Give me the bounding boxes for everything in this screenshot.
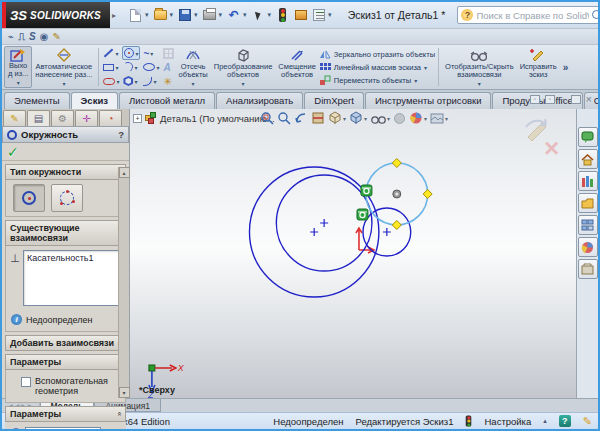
collapse-chevron-icon[interactable]: « — [114, 412, 124, 416]
file-properties-button[interactable] — [310, 7, 327, 24]
scroll-down-icon[interactable]: ▾ — [119, 387, 130, 398]
search-box[interactable]: ? Поиск в Справке по SolidWorks ▾ — [457, 6, 600, 24]
hide-show-items-button[interactable]: ▾ — [370, 112, 390, 125]
print-button[interactable] — [201, 7, 218, 24]
dropdown-caret-icon[interactable]: ▾ — [62, 80, 65, 88]
section-circle-type[interactable]: Тип окружности « — [5, 164, 126, 180]
sketch-offset-icon[interactable]: ⎍ — [18, 31, 25, 43]
sketch-canvas[interactable]: X Z — [130, 109, 576, 398]
section-view-button[interactable] — [311, 111, 325, 125]
dropdown-caret-icon[interactable]: ▾ — [115, 64, 118, 71]
dropdown-caret-icon[interactable]: ▾ — [424, 115, 427, 122]
view-orientation-button[interactable]: ▾ — [328, 111, 346, 125]
feature-tree-flyout[interactable]: + Деталь1 (По умолчанию... — [133, 112, 275, 124]
convert-entities-button[interactable]: Преобразование объектов ▾ — [211, 46, 276, 88]
doc-restore-button[interactable] — [571, 95, 581, 104]
undo-button[interactable]: ↶ — [225, 7, 242, 24]
tangent-relation-badge[interactable] — [357, 209, 368, 220]
dropdown-caret-icon[interactable]: ▾ — [156, 64, 159, 71]
spline-on-surface-tool[interactable]: A — [162, 60, 175, 74]
propertymanager-tab[interactable]: ▤ — [27, 110, 50, 126]
dropdown-caret-icon[interactable]: ▾ — [115, 50, 118, 57]
auto-dimension-button[interactable]: Автоматическое нанесение раз... ▾ — [32, 46, 95, 88]
doc-minimize-button[interactable]: ─ — [560, 95, 566, 104]
center-point-mark[interactable] — [383, 228, 391, 236]
modify-sketch-icon[interactable]: ✎ — [52, 31, 60, 42]
search-icon[interactable] — [592, 10, 600, 21]
exit-sketch-button[interactable]: Выхо д из... ▾ — [4, 46, 32, 88]
tab-sketch-ink[interactable]: Инструменты отрисовки — [365, 92, 492, 109]
sketch-chamfer-icon[interactable]: ⌁ — [8, 31, 14, 42]
pm-scrollbar[interactable]: ▴ ▾ — [118, 167, 129, 398]
dropdown-caret-icon[interactable]: ▾ — [134, 64, 137, 71]
zoom-to-area-button[interactable] — [277, 111, 291, 125]
apply-scene-button[interactable]: ▾ — [430, 112, 448, 125]
construction-geometry-row[interactable]: Вспомогательная геометрия — [9, 374, 122, 398]
dropdown-caret-icon[interactable]: ▾ — [135, 50, 138, 57]
dropdown-caret-icon[interactable]: ▾ — [343, 115, 346, 122]
design-library-button[interactable] — [578, 171, 598, 191]
rotate-entities-icon[interactable]: ◉ — [40, 31, 49, 42]
section-add-relations[interactable]: Добавить взаимосвязи « — [5, 335, 126, 351]
dimxpertmanager-tab[interactable]: ✛ — [75, 110, 98, 126]
dropdown-caret-icon[interactable]: ▾ — [134, 78, 137, 85]
mirror-entities-button[interactable]: Зеркально отразить объекты — [319, 48, 435, 60]
section-parameters[interactable]: Параметры « — [5, 406, 126, 422]
open-button[interactable] — [152, 7, 169, 24]
toolbar-expand-icon[interactable]: ▸ — [112, 11, 116, 20]
view-settings-button[interactable] — [393, 112, 406, 125]
dropdown-caret-icon[interactable]: ▾ — [424, 64, 427, 71]
polygon-tool[interactable]: ▾ — [122, 74, 140, 88]
tab-evaluate[interactable]: Анализировать — [216, 92, 303, 109]
customize-label[interactable]: Настройка — [484, 416, 531, 427]
rectangle-tool[interactable]: ▾ — [102, 60, 120, 74]
dropdown-caret-icon[interactable]: ▾ — [364, 115, 367, 122]
new-document-button[interactable] — [127, 7, 144, 24]
graphics-area[interactable]: X Z + Деталь1 (По умолчанию... ▾ — [130, 109, 576, 398]
slot-tool[interactable]: ▾ — [102, 74, 120, 88]
dropdown-caret-icon[interactable]: ▾ — [478, 80, 481, 88]
relation-item[interactable]: Касательность1 — [27, 253, 94, 263]
center-point-mark[interactable] — [310, 228, 318, 236]
displaymanager-tab[interactable]: ◔ — [99, 110, 122, 126]
display-style-button[interactable]: ▾ — [349, 111, 367, 125]
pane-button-1[interactable]: ▫ — [530, 95, 540, 104]
spline-tool-icon[interactable]: S — [29, 31, 36, 42]
point-tool[interactable]: ✳ — [162, 74, 175, 88]
dropdown-caret-icon[interactable]: ▾ — [268, 11, 272, 19]
dropdown-caret-icon[interactable]: ▾ — [145, 11, 149, 19]
scroll-up-icon[interactable]: ▴ — [119, 167, 130, 178]
radius-input[interactable]: 24.06836912 — [25, 427, 101, 431]
dropdown-caret-icon[interactable]: ▾ — [150, 50, 153, 57]
dropdown-caret-icon[interactable]: ▾ — [219, 11, 223, 19]
zoom-to-fit-button[interactable] — [260, 111, 274, 125]
ellipse-tool[interactable]: ▾ — [142, 60, 160, 74]
dropdown-caret-icon[interactable]: ▾ — [153, 78, 156, 85]
dropdown-caret-icon[interactable]: ▾ — [116, 78, 119, 85]
dropdown-caret-icon[interactable]: ▾ — [242, 80, 245, 88]
dropdown-caret-icon[interactable]: ▾ — [414, 77, 417, 84]
perimeter-circle-button[interactable] — [51, 184, 83, 212]
drag-handle-diamond[interactable] — [423, 190, 432, 199]
dropdown-caret-icon[interactable]: ▾ — [192, 80, 195, 88]
section-existing-relations[interactable]: Существующие взаимосвязи « — [5, 220, 126, 246]
pane-button-2[interactable]: ▫ — [545, 95, 555, 104]
dropdown-caret-icon[interactable]: ▾ — [194, 11, 198, 19]
dropdown-caret-icon[interactable]: ▾ — [170, 11, 174, 19]
confirmation-corner-cancel-icon[interactable]: × — [544, 135, 559, 161]
tab-features[interactable]: Элементы — [4, 92, 70, 109]
quick-tips-icon[interactable]: ? — [559, 415, 571, 427]
dropdown-caret-icon[interactable]: ▾ — [445, 115, 448, 122]
tab-dimxpert[interactable]: DimXpert — [304, 92, 364, 109]
save-button[interactable] — [176, 7, 193, 24]
construction-geometry-checkbox[interactable] — [21, 377, 31, 387]
dropdown-caret-icon[interactable]: ▾ — [243, 11, 247, 19]
dropdown-caret-icon[interactable]: ▾ — [17, 79, 20, 87]
move-entities-button[interactable]: Переместить объекты ▾ — [319, 74, 435, 86]
file-explorer-button[interactable] — [578, 193, 598, 213]
previous-view-button[interactable] — [294, 111, 308, 125]
spline-tool[interactable]: ~▾ — [142, 46, 160, 60]
relations-listbox[interactable]: Касательность1 — [23, 250, 122, 306]
tangent-relation-badge[interactable] — [361, 185, 372, 196]
arc-tool[interactable]: ▾ — [122, 60, 140, 74]
